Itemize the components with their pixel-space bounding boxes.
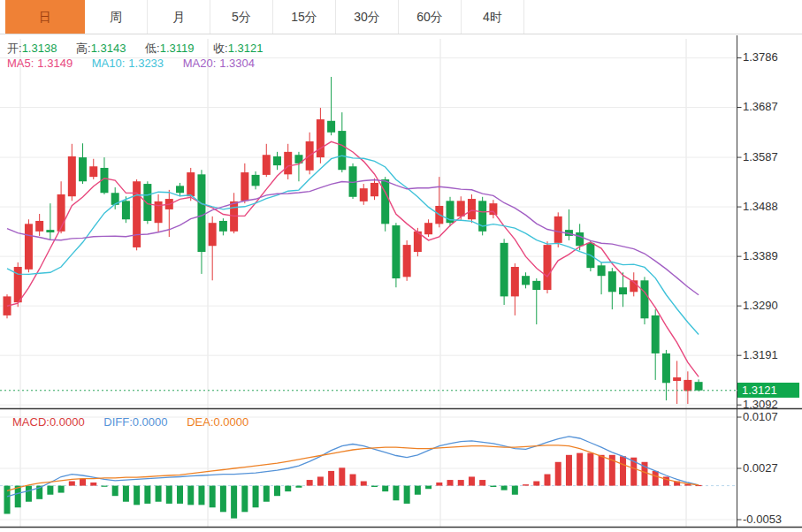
trading-chart-window: 日 周 月 5分 15分 30分 60分 4时 开:1.3138 高:1.314…: [0, 0, 802, 532]
candlestick-chart-canvas[interactable]: [0, 0, 802, 532]
